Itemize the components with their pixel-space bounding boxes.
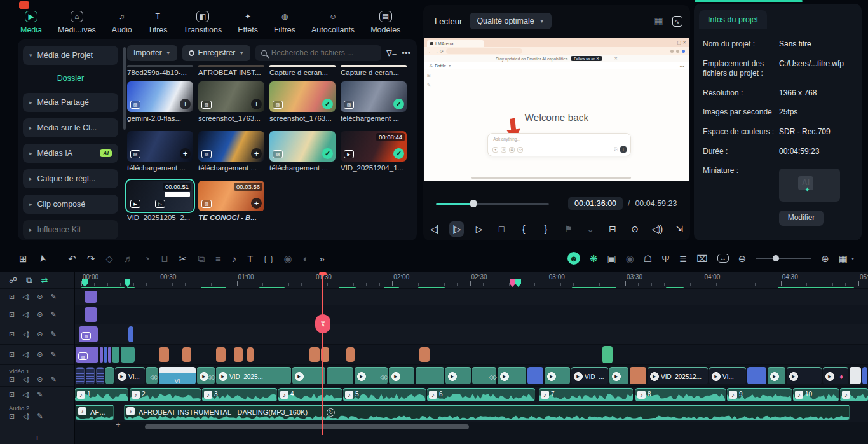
audio-mixer-icon[interactable]: ≣ xyxy=(679,254,688,263)
audio-sync-icon[interactable]: ♬ xyxy=(124,254,133,263)
video-clip[interactable] xyxy=(327,367,353,384)
video-clip[interactable]: ▶VID_... xyxy=(571,367,608,384)
lock-icon[interactable]: ⊡ xyxy=(9,293,14,301)
overlay-clip[interactable] xyxy=(85,307,97,322)
zoom-knob[interactable] xyxy=(773,255,779,261)
audio-clip[interactable]: ♪7 xyxy=(539,388,633,401)
lock-icon[interactable]: ⊡ xyxy=(9,391,14,399)
video-clip[interactable]: ▶ xyxy=(787,367,822,384)
overlay-clip[interactable] xyxy=(108,347,111,363)
video-clip[interactable]: ▶ xyxy=(545,367,570,384)
video-clip[interactable]: ▶ xyxy=(609,367,628,384)
search-box[interactable] xyxy=(255,45,381,61)
mark-in-icon[interactable]: { xyxy=(517,221,531,237)
zoom-slider[interactable] xyxy=(756,254,811,262)
mask-icon[interactable]: ▢ xyxy=(264,254,273,263)
audio-clip[interactable]: ♪8 xyxy=(635,388,726,401)
more-tools-icon[interactable]: » xyxy=(320,254,325,263)
playhead-line[interactable] xyxy=(322,272,323,435)
crop-icon[interactable]: ⧉ xyxy=(198,254,205,263)
video-clip[interactable]: ◇◇ xyxy=(146,367,158,384)
nav-tab-stock[interactable]: ⌂Médi...ives xyxy=(58,11,96,34)
undo-icon[interactable]: ↶ xyxy=(68,254,76,263)
add-to-timeline-button[interactable]: + xyxy=(251,148,262,159)
track-height-icon[interactable]: ▦ xyxy=(839,254,848,263)
nav-tab-stickers[interactable]: ☺Autocollants xyxy=(311,11,355,34)
keyframe-icon[interactable]: ◇ xyxy=(105,254,113,263)
split-playhead-button[interactable]: ✂ xyxy=(315,314,330,333)
overlay-clip[interactable] xyxy=(85,291,97,303)
current-timecode[interactable]: 00:01:36:00 xyxy=(568,197,623,210)
volume-icon[interactable]: ◁)) xyxy=(650,221,664,237)
seek-knob[interactable] xyxy=(470,200,477,207)
nav-tab-transitions[interactable]: ◧Transitions xyxy=(184,11,222,34)
audio-clip[interactable]: ♪9 xyxy=(727,388,792,401)
link-icon[interactable]: ⧉ xyxy=(26,276,32,284)
audio-effect-icon[interactable]: ♪ xyxy=(232,254,237,263)
delete-icon[interactable]: ⊔ xyxy=(161,254,168,263)
search-input[interactable] xyxy=(271,48,376,57)
eye-icon[interactable]: ⊙ xyxy=(37,293,42,301)
eye-icon[interactable]: ⊙ xyxy=(37,310,42,319)
eye-icon[interactable]: ⊙ xyxy=(37,375,42,384)
video-clip[interactable]: ▶◇◇ xyxy=(355,367,388,384)
media-card[interactable]: ▨+téléchargement ... xyxy=(198,131,264,172)
sidebar-item[interactable]: ▾Média de Projet xyxy=(23,46,118,65)
media-card[interactable]: ▨✓téléchargement ... xyxy=(341,81,407,122)
nav-tab-filters[interactable]: ◍Filtres xyxy=(274,11,295,34)
audio-clip[interactable]: ♪6 xyxy=(427,388,535,401)
sidebar-item[interactable]: ▸Média Partagé xyxy=(23,93,118,112)
video-clip[interactable] xyxy=(416,367,444,384)
wand-icon[interactable]: ✎ xyxy=(51,310,56,319)
split-icon[interactable]: ✂ xyxy=(179,254,187,263)
media-card-clipped[interactable]: Capture d ecran... xyxy=(269,65,336,76)
layout-grid-icon[interactable]: ▦ xyxy=(654,15,663,27)
add-track-plus[interactable]: + xyxy=(116,420,121,429)
ai-camera-icon[interactable]: ▣ xyxy=(607,254,616,263)
device-icon[interactable]: ⌧ xyxy=(696,254,707,263)
video-clip[interactable]: ▶ xyxy=(389,367,414,384)
text-icon[interactable]: T xyxy=(247,254,253,263)
eye-icon[interactable]: ⊙ xyxy=(37,330,42,338)
nav-tab-templates[interactable]: ▤Modèles xyxy=(370,11,400,34)
wand-icon[interactable]: ✎ xyxy=(51,350,56,359)
sidebar-item-dossier[interactable]: Dossier xyxy=(23,74,118,83)
video-clip[interactable] xyxy=(850,367,861,384)
chroma-icon[interactable]: ◐ xyxy=(303,254,309,263)
add-to-timeline-button[interactable]: + xyxy=(251,99,262,109)
record-button[interactable]: Enregistrer ▼ xyxy=(182,45,251,61)
ai-assistant-icon[interactable]: ☻ xyxy=(567,252,580,265)
video-clip[interactable]: ▶ xyxy=(768,367,785,384)
seek-slider[interactable] xyxy=(436,203,549,205)
speaker-icon[interactable]: ◁) xyxy=(22,310,29,319)
ripple-icon[interactable]: ⇄ xyxy=(41,276,48,284)
sidebar-item[interactable]: ▸Média sur le Cl... xyxy=(23,118,118,137)
wand-icon[interactable]: ✎ xyxy=(37,412,42,420)
video-clip[interactable]: ▶VI... xyxy=(709,367,746,384)
import-button[interactable]: Importer ▼ xyxy=(127,45,177,61)
preview-render-icon[interactable]: ◉ xyxy=(626,254,634,263)
video-clip[interactable] xyxy=(76,367,85,384)
speaker-icon[interactable]: ◁) xyxy=(22,330,29,338)
overlay-clip[interactable]: ▨ xyxy=(79,326,98,342)
video-clip[interactable]: ◇◇ xyxy=(472,367,496,384)
edit-thumbnail-button[interactable]: Modifier xyxy=(779,211,824,226)
nav-tab-titles[interactable]: TTitres xyxy=(148,11,168,34)
audio-clip[interactable]: ♪10 xyxy=(793,388,839,401)
marker-icon[interactable]: ⚑ xyxy=(561,221,575,237)
effect-clip[interactable] xyxy=(216,347,226,362)
add-track-button[interactable]: + xyxy=(0,433,74,443)
audio-clip[interactable]: ♪AFROBEAT INSTRUMENTAL - DARLING(MP3_160… xyxy=(124,405,850,420)
audio-clip[interactable]: ♪5 xyxy=(343,388,426,401)
overlay-clip[interactable]: ▨ xyxy=(76,347,98,363)
sidebar-item[interactable]: ▸Médias IAAI xyxy=(23,144,118,163)
media-card[interactable]: 00:00:51▶▷VID_20251205_2... xyxy=(127,181,193,221)
overlay-clip[interactable] xyxy=(128,326,133,342)
speaker-icon[interactable]: ◁) xyxy=(22,293,29,301)
more-options-icon[interactable]: ••• xyxy=(402,48,410,58)
audio-clip[interactable]: ♪2 xyxy=(130,388,201,401)
timeline-h-scrollbar[interactable]: + xyxy=(75,422,868,431)
sidebar-item[interactable]: ▸Clip composé xyxy=(23,195,118,214)
speed-icon[interactable]: ◔ xyxy=(144,254,150,263)
speaker-icon[interactable]: ◁) xyxy=(22,350,29,359)
